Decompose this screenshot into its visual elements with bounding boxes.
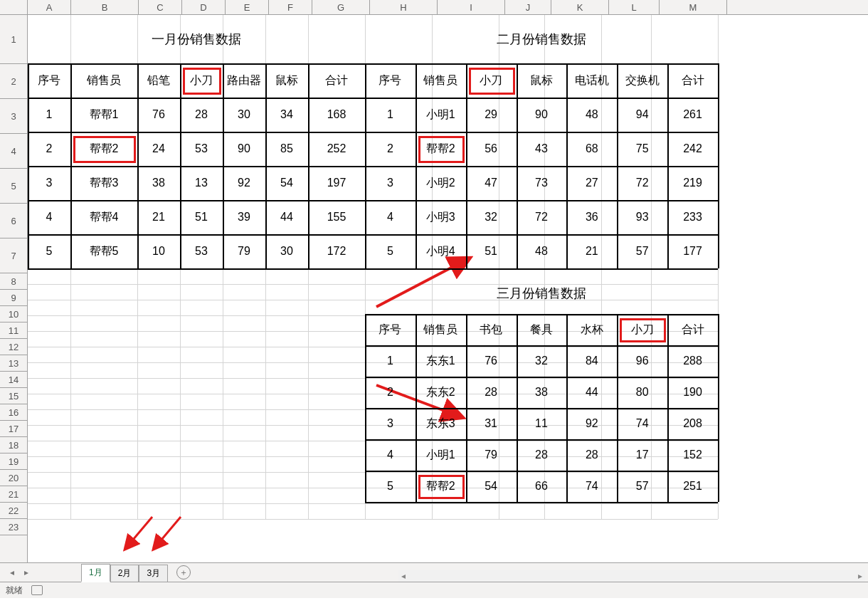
col-header-E[interactable]: E bbox=[226, 0, 269, 14]
row-header-14[interactable]: 14 bbox=[0, 372, 27, 388]
macro-record-icon[interactable] bbox=[31, 585, 43, 595]
t2-hdr-3: 鼠标 bbox=[517, 63, 567, 98]
col-header-H[interactable]: H bbox=[370, 0, 438, 14]
t3-r4-c6: 152 bbox=[667, 439, 718, 471]
column-headers: ABCDEFGHIJKLM bbox=[0, 0, 868, 15]
new-sheet-button[interactable]: ＋ bbox=[176, 565, 191, 580]
t1-hdr-3: 小刀 bbox=[180, 63, 223, 98]
col-header-G[interactable]: G bbox=[312, 0, 370, 14]
row-header-22[interactable]: 22 bbox=[0, 503, 27, 519]
row-header-3[interactable]: 3 bbox=[0, 99, 27, 134]
t2-r7-c5: 57 bbox=[617, 234, 667, 268]
t3-r5-c3: 66 bbox=[517, 471, 567, 502]
nav-next-icon[interactable]: ▸ bbox=[24, 567, 28, 577]
t3-hdr-2: 书包 bbox=[466, 314, 517, 345]
t1-r6-c5: 44 bbox=[265, 200, 308, 234]
t3-r2-c6: 190 bbox=[667, 377, 718, 408]
sheet-nav-arrows[interactable]: ▸ ▸ bbox=[0, 567, 81, 577]
t3-r3-c2: 31 bbox=[466, 408, 517, 439]
t3-r2-c0: 2 bbox=[365, 377, 416, 408]
t1-r5-c4: 92 bbox=[223, 166, 265, 200]
t3-r4-c0: 4 bbox=[365, 439, 416, 471]
t3-r1-c0: 1 bbox=[365, 345, 416, 377]
select-all-corner[interactable] bbox=[0, 0, 28, 14]
col-header-A[interactable]: A bbox=[28, 0, 71, 14]
t3-r2-c5: 80 bbox=[617, 377, 667, 408]
t3-r4-c3: 28 bbox=[517, 439, 567, 471]
t1-r3-c0: 1 bbox=[28, 98, 70, 132]
row-header-2[interactable]: 2 bbox=[0, 64, 27, 99]
col-header-M[interactable]: M bbox=[660, 0, 727, 14]
col-header-L[interactable]: L bbox=[609, 0, 660, 14]
t3-r5-c1: 帮帮2 bbox=[416, 471, 466, 502]
t3-r2-c2: 28 bbox=[466, 377, 517, 408]
row-header-8[interactable]: 8 bbox=[0, 273, 27, 290]
t1-r4-c4: 90 bbox=[223, 132, 265, 166]
sheet-tab-2月[interactable]: 2月 bbox=[110, 565, 139, 582]
t2-r5-c6: 219 bbox=[667, 166, 718, 200]
row-header-16[interactable]: 16 bbox=[0, 404, 27, 421]
col-header-I[interactable]: I bbox=[438, 0, 505, 14]
t2-r6-c3: 72 bbox=[517, 200, 567, 234]
col-header-F[interactable]: F bbox=[269, 0, 312, 14]
t2-r3-c3: 90 bbox=[517, 98, 567, 132]
row-header-13[interactable]: 13 bbox=[0, 355, 27, 372]
t1-r5-c0: 3 bbox=[28, 166, 70, 200]
row-header-17[interactable]: 17 bbox=[0, 421, 27, 437]
t1-r5-c2: 38 bbox=[137, 166, 180, 200]
row-headers: 1234567891011121314151617181920212223 bbox=[0, 15, 28, 563]
t2-r4-c3: 43 bbox=[517, 132, 567, 166]
col-header-B[interactable]: B bbox=[71, 0, 139, 14]
horizontal-scrollbar[interactable]: ◂ ▸ bbox=[398, 570, 865, 582]
row-header-4[interactable]: 4 bbox=[0, 134, 27, 169]
col-header-K[interactable]: K bbox=[551, 0, 609, 14]
row-header-1[interactable]: 1 bbox=[0, 15, 27, 64]
t3-r3-c0: 3 bbox=[365, 408, 416, 439]
t2-r7-c0: 5 bbox=[365, 234, 416, 268]
row-header-6[interactable]: 6 bbox=[0, 204, 27, 238]
t3-r4-c2: 79 bbox=[466, 439, 517, 471]
t2-hdr-0: 序号 bbox=[365, 63, 416, 98]
cells-canvas[interactable]: 一月份销售数据序号销售员铅笔小刀路由器鼠标合计1帮帮1762830341682帮… bbox=[28, 15, 868, 563]
row-header-12[interactable]: 12 bbox=[0, 339, 27, 355]
t2-r3-c5: 94 bbox=[617, 98, 667, 132]
row-header-10[interactable]: 10 bbox=[0, 306, 27, 323]
svg-line-2 bbox=[125, 517, 152, 549]
col-header-D[interactable]: D bbox=[182, 0, 226, 14]
t2-r5-c1: 小明2 bbox=[416, 166, 466, 200]
t1-r3-c2: 76 bbox=[137, 98, 180, 132]
t3-r2-c4: 44 bbox=[566, 377, 617, 408]
row-header-9[interactable]: 9 bbox=[0, 290, 27, 306]
sheet-tab-3月[interactable]: 3月 bbox=[139, 565, 168, 582]
t3-r3-c6: 208 bbox=[667, 408, 718, 439]
row-header-20[interactable]: 20 bbox=[0, 470, 27, 486]
row-header-21[interactable]: 21 bbox=[0, 486, 27, 503]
t1-r4-c2: 24 bbox=[137, 132, 180, 166]
t1-r4-c0: 2 bbox=[28, 132, 70, 166]
t2-r3-c0: 1 bbox=[365, 98, 416, 132]
t1-r5-c1: 帮帮3 bbox=[70, 166, 137, 200]
t1-r4-c6: 252 bbox=[308, 132, 365, 166]
col-header-J[interactable]: J bbox=[505, 0, 551, 14]
t3-r3-c1: 东东3 bbox=[416, 408, 466, 439]
row-header-5[interactable]: 5 bbox=[0, 169, 27, 204]
sheet-tab-1月[interactable]: 1月 bbox=[81, 564, 110, 582]
col-header-C[interactable]: C bbox=[139, 0, 182, 14]
arrow-annotation-3 bbox=[117, 513, 159, 556]
t1-r6-c0: 4 bbox=[28, 200, 70, 234]
row-header-7[interactable]: 7 bbox=[0, 238, 27, 273]
row-header-23[interactable]: 23 bbox=[0, 519, 27, 535]
row-header-15[interactable]: 15 bbox=[0, 388, 27, 404]
t3-r4-c4: 28 bbox=[566, 439, 617, 471]
t1-r3-c3: 28 bbox=[180, 98, 223, 132]
t1-r5-c6: 197 bbox=[308, 166, 365, 200]
t1-r6-c1: 帮帮4 bbox=[70, 200, 137, 234]
t3-r1-c3: 32 bbox=[517, 345, 567, 377]
row-header-11[interactable]: 11 bbox=[0, 323, 27, 339]
row-header-19[interactable]: 19 bbox=[0, 453, 27, 470]
t2-r4-c2: 56 bbox=[466, 132, 517, 166]
nav-prev-icon[interactable]: ▸ bbox=[10, 567, 14, 577]
t1-hdr-0: 序号 bbox=[28, 63, 70, 98]
t2-r5-c0: 3 bbox=[365, 166, 416, 200]
row-header-18[interactable]: 18 bbox=[0, 437, 27, 453]
